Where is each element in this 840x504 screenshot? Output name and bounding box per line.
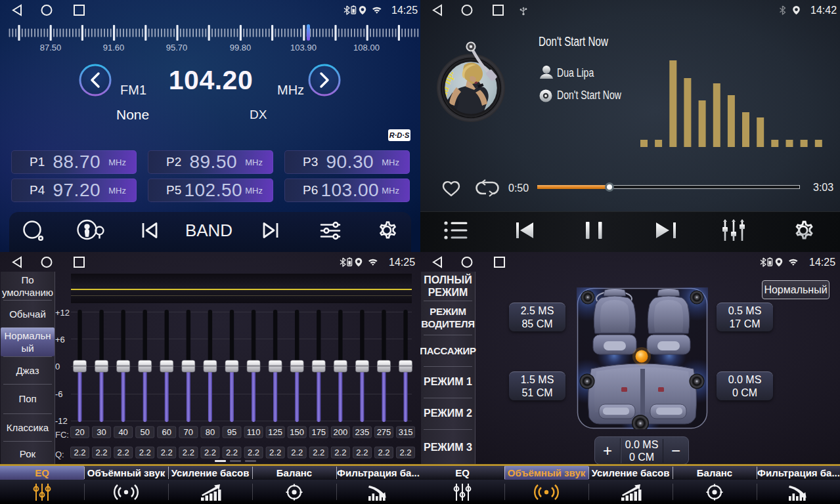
svg-text:99.80: 99.80 <box>230 43 252 52</box>
svg-text:125: 125 <box>268 427 282 437</box>
svg-text:150: 150 <box>290 427 304 437</box>
svg-text:2.2: 2.2 <box>139 448 151 457</box>
svg-text:60: 60 <box>162 427 171 437</box>
svg-text:200: 200 <box>333 427 347 437</box>
svg-text:50: 50 <box>140 427 149 437</box>
svg-text:95: 95 <box>227 427 236 437</box>
svg-text:108.00: 108.00 <box>353 43 380 52</box>
svg-text:2.2: 2.2 <box>378 448 389 457</box>
svg-text:95.70: 95.70 <box>166 43 188 52</box>
svg-text:80: 80 <box>206 427 215 437</box>
svg-text:2.2: 2.2 <box>356 448 368 457</box>
svg-text:40: 40 <box>118 427 127 437</box>
svg-text:275: 275 <box>377 427 391 437</box>
svg-text:70: 70 <box>184 427 193 437</box>
svg-text:91.60: 91.60 <box>103 43 125 52</box>
svg-text:2.2: 2.2 <box>161 448 173 457</box>
svg-text:175: 175 <box>311 427 326 437</box>
svg-text:2.2: 2.2 <box>334 448 346 457</box>
svg-text:2.2: 2.2 <box>400 448 412 457</box>
svg-text:2.2: 2.2 <box>269 448 281 457</box>
svg-text:2.2: 2.2 <box>313 448 324 457</box>
svg-text:2.2: 2.2 <box>74 448 85 457</box>
svg-text:110: 110 <box>247 427 261 437</box>
svg-text:315: 315 <box>399 427 413 437</box>
svg-text:2.2: 2.2 <box>96 448 108 457</box>
svg-text:20: 20 <box>75 427 84 437</box>
svg-text:2.2: 2.2 <box>248 448 259 457</box>
svg-text:87.50: 87.50 <box>40 43 62 52</box>
svg-text:2.2: 2.2 <box>118 448 129 457</box>
svg-text:2.2: 2.2 <box>204 448 216 457</box>
svg-text:30: 30 <box>97 427 106 437</box>
svg-text:2.2: 2.2 <box>291 448 303 457</box>
svg-text:2.2: 2.2 <box>183 448 194 457</box>
svg-text:103.90: 103.90 <box>290 43 317 52</box>
svg-text:235: 235 <box>355 427 370 437</box>
svg-text:2.2: 2.2 <box>226 448 238 457</box>
svg-text:BAND: BAND <box>185 220 232 240</box>
